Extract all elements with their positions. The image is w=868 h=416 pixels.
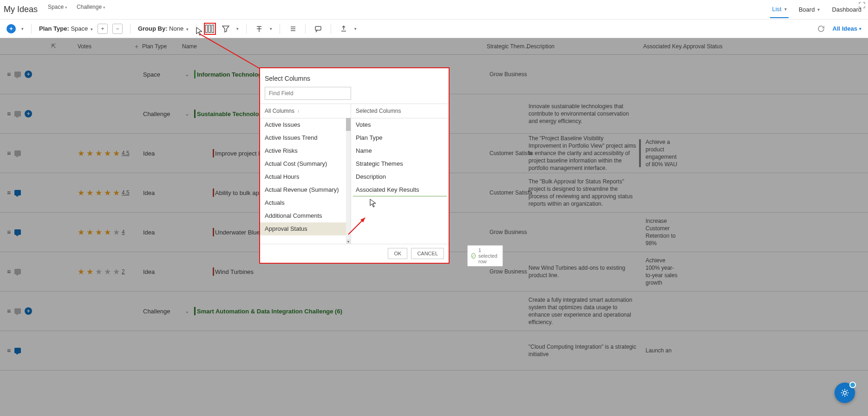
page-header: My Ideas Space▾ Challenge▾ List▾ Board▾ … xyxy=(0,0,868,20)
chevron-down-icon: ▾ xyxy=(817,7,820,12)
page-title: My Ideas xyxy=(4,5,38,14)
selected-column-item[interactable]: Associated Key Results xyxy=(351,183,449,196)
chevron-down-icon[interactable]: ▾ xyxy=(21,26,24,31)
sort-asc-icon: ↑ xyxy=(297,109,300,114)
all-columns-header[interactable]: All Columns↑ xyxy=(260,104,351,118)
add-button[interactable]: + xyxy=(7,24,16,33)
selected-column-item[interactable]: Strategic Themes xyxy=(351,157,449,170)
breadcrumb-challenge[interactable]: Challenge▾ xyxy=(72,2,110,12)
help-fab[interactable] xyxy=(835,383,855,403)
expand-plus-icon[interactable]: + xyxy=(98,24,108,34)
scroll-down-icon[interactable]: ▾ xyxy=(346,239,351,244)
scrollbar-thumb[interactable] xyxy=(346,118,351,131)
plan-type-filter[interactable]: Plan Type: Space ▾ xyxy=(39,25,93,32)
comment-icon[interactable] xyxy=(313,24,323,34)
check-icon: ✓ xyxy=(471,253,476,259)
separator xyxy=(130,24,131,34)
separator xyxy=(331,24,331,34)
find-field-input[interactable] xyxy=(265,87,351,100)
column-option[interactable]: Actual Cost (Summary) xyxy=(260,157,351,170)
separator xyxy=(305,24,306,34)
selected-columns-header: Selected Columns xyxy=(351,104,449,118)
separator xyxy=(246,24,247,34)
selected-row-badge: ✓ 1 selected row xyxy=(467,245,503,266)
gear-icon xyxy=(840,388,849,397)
svg-rect-3 xyxy=(315,26,321,30)
breadcrumb-space[interactable]: Space▾ xyxy=(43,2,72,12)
list-icon[interactable] xyxy=(287,24,298,34)
svg-rect-2 xyxy=(212,25,214,32)
collapse-minus-icon[interactable]: − xyxy=(112,24,123,34)
scrollbar-track[interactable] xyxy=(346,118,351,244)
selected-column-item[interactable]: Votes xyxy=(351,118,449,131)
chevron-down-icon[interactable]: ▾ xyxy=(270,26,272,31)
sort-icon[interactable] xyxy=(254,24,264,34)
view-dashboard[interactable]: Dashboard xyxy=(830,1,863,18)
ok-button[interactable]: OK xyxy=(388,248,407,259)
svg-rect-1 xyxy=(209,25,210,32)
column-option[interactable]: Actuals xyxy=(260,196,351,209)
chevron-down-icon: ▾ xyxy=(784,6,787,12)
selected-columns-list: VotesPlan TypeNameStrategic ThemesDescri… xyxy=(351,118,449,244)
view-board[interactable]: Board▾ xyxy=(797,1,822,18)
svg-point-7 xyxy=(843,391,847,395)
column-option[interactable]: Active Issues Trend xyxy=(260,131,351,144)
chevron-down-icon: ▾ xyxy=(103,5,105,10)
group-by-filter[interactable]: Group By: None ▾ xyxy=(138,25,189,32)
column-option[interactable]: Active Risks xyxy=(260,144,351,157)
selected-column-item[interactable]: Name xyxy=(351,144,449,157)
svg-rect-0 xyxy=(205,25,207,32)
column-option[interactable]: Active Issues xyxy=(260,118,351,131)
column-option[interactable]: Actual Hours xyxy=(260,170,351,183)
selected-column-item[interactable]: Description xyxy=(351,170,449,183)
columns-button[interactable] xyxy=(204,23,216,35)
column-option[interactable]: Actual Revenue (Summary) xyxy=(260,183,351,196)
separator xyxy=(31,24,32,34)
filter-icon[interactable] xyxy=(221,24,231,34)
all-columns-list: Active IssuesActive Issues TrendActive R… xyxy=(260,118,351,244)
toolbar: + ▾ Plan Type: Space ▾ + − Group By: Non… xyxy=(0,20,868,38)
column-option[interactable]: Approval Status xyxy=(260,222,351,235)
cursor-icon xyxy=(196,27,203,36)
view-list[interactable]: List▾ xyxy=(770,1,788,18)
cancel-button[interactable]: CANCEL xyxy=(411,248,444,259)
chevron-down-icon: ▾ xyxy=(65,5,67,10)
cursor-icon xyxy=(370,199,377,208)
select-columns-dialog: Select Columns All Columns↑ Active Issue… xyxy=(259,67,450,264)
upload-icon[interactable] xyxy=(339,24,349,34)
refresh-icon[interactable] xyxy=(816,24,826,34)
chevron-down-icon[interactable]: ▾ xyxy=(354,26,357,31)
column-option[interactable]: Additional Comments xyxy=(260,209,351,222)
dialog-title: Select Columns xyxy=(260,68,449,87)
drop-indicator xyxy=(353,196,447,196)
all-ideas-dropdown[interactable]: All Ideas▾ xyxy=(833,25,861,32)
separator xyxy=(280,24,280,34)
notification-badge xyxy=(849,382,856,388)
selected-column-item[interactable]: Plan Type xyxy=(351,131,449,144)
chevron-down-icon[interactable]: ▾ xyxy=(236,26,239,31)
